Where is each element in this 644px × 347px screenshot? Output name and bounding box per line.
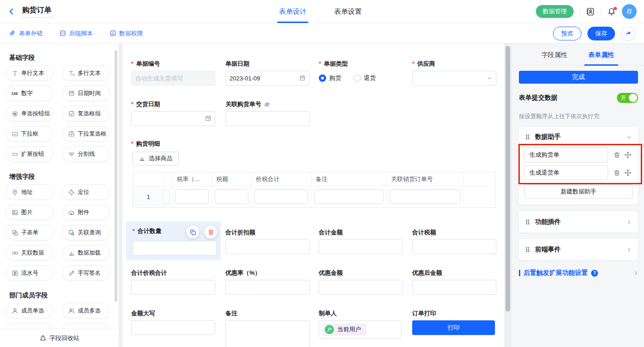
field-pill-address[interactable]: 地址: [6, 184, 53, 200]
delivery-date-input[interactable]: [131, 111, 215, 126]
field-pill-related-data[interactable]: 关联数据: [6, 245, 53, 261]
remark-textarea[interactable]: [225, 320, 310, 347]
field-pill-location[interactable]: 定位: [62, 184, 110, 200]
related-no-input[interactable]: [225, 111, 310, 126]
total-tax-input[interactable]: [412, 239, 496, 254]
tab-field-properties[interactable]: 字段属性: [541, 44, 567, 66]
tab-form-settings[interactable]: 表单设置: [334, 0, 362, 23]
field-related-no[interactable]: 关联购货单号: [225, 101, 310, 126]
move-icon[interactable]: [624, 151, 632, 159]
move-icon[interactable]: [624, 169, 632, 176]
field-pill-attachment[interactable]: 附件: [62, 205, 110, 220]
radio-option-return[interactable]: 退货: [353, 74, 376, 82]
field-pill-number[interactable]: 数字: [6, 85, 53, 101]
delete-field-button[interactable]: [204, 226, 217, 239]
drag-handle-icon[interactable]: [524, 134, 531, 140]
field-pill-member-multi[interactable]: 成员多选: [62, 303, 110, 319]
total-discount-input[interactable]: [225, 239, 310, 254]
done-button[interactable]: 完成: [519, 71, 638, 84]
field-doc-date[interactable]: 单据日期: [225, 60, 310, 85]
discount-amount-input[interactable]: [319, 280, 403, 295]
field-discount-amount[interactable]: 优惠金额: [319, 269, 403, 295]
frontend-event-card[interactable]: 前端事件: [519, 239, 638, 260]
doc-date-input[interactable]: [225, 71, 310, 85]
creator-field[interactable]: 户 当前用户: [319, 320, 402, 339]
field-total-amount[interactable]: 合计金额: [319, 229, 403, 254]
canvas-scrollbar[interactable]: [506, 46, 510, 312]
amount-words-input[interactable]: [131, 320, 215, 335]
field-pill-radio-group[interactable]: 单选按钮组: [6, 106, 53, 121]
help-icon[interactable]: ?: [591, 270, 598, 277]
discount-rate-input[interactable]: [225, 280, 310, 295]
field-pill-divider[interactable]: 分割线: [62, 146, 110, 162]
preview-button[interactable]: 预览: [553, 27, 581, 40]
submit-data-toggle[interactable]: 开: [617, 93, 638, 103]
field-pill-member-single[interactable]: 成员单选: [6, 303, 53, 319]
backend-script-link[interactable]: 后端脚本: [59, 29, 93, 38]
radio-option-buy[interactable]: 购货: [319, 74, 341, 82]
field-after-discount[interactable]: 优惠后金额: [412, 269, 496, 295]
select-product-button[interactable]: 选择商品: [132, 152, 179, 165]
contact-book-icon[interactable]: [586, 7, 595, 16]
related-sales-no-input[interactable]: [390, 189, 460, 204]
selected-field-total-qty[interactable]: 合计数量: [126, 222, 221, 260]
field-pill-multi-select[interactable]: 下拉复选框: [62, 126, 110, 142]
field-total-tax[interactable]: 合计税额: [412, 229, 496, 254]
trash-icon[interactable]: [613, 169, 621, 176]
field-pill-single-line-text[interactable]: 单行文本: [6, 65, 53, 81]
drag-handle-icon[interactable]: [524, 219, 531, 225]
field-pill-select[interactable]: 下拉框: [6, 126, 53, 142]
remark-input[interactable]: [314, 189, 384, 204]
data-permission-link[interactable]: 数据权限: [109, 29, 143, 38]
chevron-right-icon[interactable]: [626, 219, 632, 226]
after-discount-input[interactable]: [412, 280, 496, 295]
field-pill-extend-button[interactable]: 扩展按钮: [6, 146, 53, 162]
field-discount-rate[interactable]: 优惠率（%）: [225, 269, 310, 295]
tab-form-properties[interactable]: 表单属性: [588, 44, 614, 66]
data-manage-button[interactable]: 数据管理: [536, 5, 574, 18]
sidebar-scrollbar[interactable]: [115, 50, 117, 302]
tax-amount-input[interactable]: [215, 189, 248, 204]
doc-no-input[interactable]: [131, 71, 215, 85]
back-icon[interactable]: [7, 7, 16, 16]
share-button[interactable]: [621, 27, 635, 40]
notification-bell[interactable]: [607, 7, 616, 16]
field-delivery-date[interactable]: 交货日期: [131, 101, 215, 126]
field-doc-no[interactable]: 单据编号: [131, 60, 215, 85]
post-trigger-settings[interactable]: 后置触发扩展功能设置 ?: [519, 269, 639, 277]
field-total-discount[interactable]: 合计折扣额: [225, 229, 310, 254]
field-pill-checkbox-group[interactable]: 复选框组: [62, 106, 110, 121]
total-qty-input[interactable]: [132, 241, 217, 256]
field-amount-words[interactable]: 金额大写: [131, 310, 215, 335]
field-pill-related-query[interactable]: 关联查询: [62, 225, 110, 240]
chevron-right-icon[interactable]: [626, 246, 632, 253]
field-pill-image[interactable]: 图片: [6, 205, 53, 220]
plugin-card[interactable]: 功能插件: [519, 211, 638, 233]
field-supplier[interactable]: 供应商: [412, 60, 496, 85]
drag-handle-icon[interactable]: [524, 246, 531, 253]
page-title[interactable]: 购货订单: [20, 6, 53, 17]
field-pill-signature[interactable]: 手写签名: [62, 265, 110, 281]
avatar[interactable]: 存: [622, 4, 637, 19]
print-button[interactable]: 打印: [412, 320, 495, 335]
trash-icon[interactable]: [613, 151, 621, 159]
clipped-input[interactable]: [164, 189, 170, 204]
chevron-down-icon[interactable]: [626, 134, 632, 141]
field-order-print[interactable]: 订单打印 打印: [412, 310, 496, 335]
supplier-select[interactable]: [412, 71, 496, 85]
total-with-tax-sum-input[interactable]: [131, 280, 215, 295]
field-pill-multi-line-text[interactable]: 多行文本: [62, 65, 110, 81]
field-total-with-tax-sum[interactable]: 合计价税合计: [131, 269, 215, 295]
field-doc-type[interactable]: 单据类型 购货 退货: [319, 60, 406, 85]
assistant-item-generate-return[interactable]: 生成退货单: [524, 165, 608, 180]
form-external-link[interactable]: 表单外链: [9, 29, 43, 38]
field-creator[interactable]: 制单人 户 当前用户: [319, 310, 403, 339]
field-recycle-bin[interactable]: 字段回收站: [0, 329, 119, 347]
field-remark[interactable]: 备注: [225, 310, 310, 347]
tab-form-design[interactable]: 表单设计: [279, 0, 306, 23]
save-button[interactable]: 保存: [587, 27, 615, 40]
tax-rate-input[interactable]: [175, 189, 209, 204]
field-pill-datetime[interactable]: 日期时间: [62, 85, 110, 101]
assistant-item-generate-purchase[interactable]: 生成购货单: [524, 148, 608, 162]
copy-field-button[interactable]: [186, 226, 199, 239]
